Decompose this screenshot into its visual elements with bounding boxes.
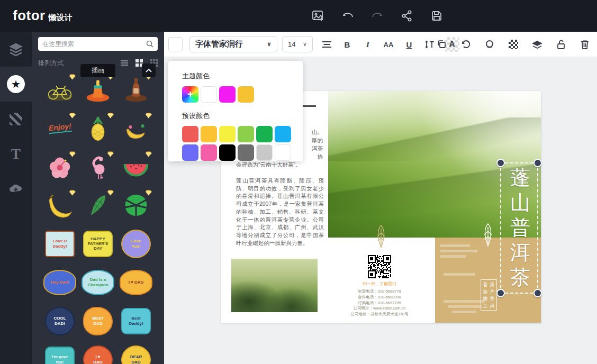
duplicate-button[interactable] xyxy=(434,37,450,52)
flamingo-sticker[interactable] xyxy=(79,147,117,186)
hibiscus-sticker[interactable] xyxy=(41,147,79,186)
best-dad-bubble-sticker[interactable]: BEST DAD xyxy=(79,302,117,340)
underline-button[interactable]: U xyxy=(403,38,415,51)
preset-color-swatch-18aef2[interactable] xyxy=(275,126,291,142)
banana-sticker[interactable] xyxy=(41,186,79,224)
undo-icon xyxy=(341,9,355,23)
theme-color-swatch-ffffff[interactable] xyxy=(201,86,217,103)
share-button[interactable] xyxy=(399,8,415,24)
rail-item-layers[interactable] xyxy=(0,32,32,67)
bubble-text: Dad is a Champion xyxy=(82,270,114,295)
theme-color-rainbow-picker[interactable]: + xyxy=(182,86,198,103)
fill-color-swatch[interactable] xyxy=(168,37,183,51)
duplicate-icon xyxy=(436,39,448,50)
i-love-dad-yellow-bubble-sticker[interactable]: I ♥ DAD xyxy=(117,263,155,302)
font-family-select[interactable]: 字体管家润行 ∨ xyxy=(189,36,277,52)
delete-button[interactable] xyxy=(577,37,593,52)
redo-button[interactable] xyxy=(369,8,385,24)
selection-handle-top-left[interactable] xyxy=(496,159,505,167)
bicycle-sticker[interactable] xyxy=(41,70,79,108)
save-icon xyxy=(430,10,443,22)
search-input[interactable] xyxy=(42,40,146,48)
selection-handle-top-right[interactable] xyxy=(533,159,542,167)
add-image-icon xyxy=(311,9,325,23)
preset-color-swatch-6e6e6e[interactable] xyxy=(238,144,254,161)
happy-fathers-day-bubble-sticker[interactable]: HAPPY FATHER'S DAY xyxy=(79,224,117,263)
body-paragraph-2[interactable]: 莲山普洱茶具有降脂、降压、预防、明目的功效，受到了男女老少的喜爱和追捧。莲山普洱… xyxy=(236,177,324,247)
selection-handle-bottom-right[interactable] xyxy=(533,289,542,297)
selection-box[interactable]: 蓬山普洱茶 xyxy=(500,162,538,294)
search-box[interactable] xyxy=(38,37,158,51)
watermelon-sticker[interactable] xyxy=(117,147,155,186)
save-button[interactable] xyxy=(429,8,445,24)
rail-item-upload[interactable] xyxy=(0,171,32,206)
rail-item-text[interactable]: T xyxy=(0,136,32,171)
qr-code[interactable] xyxy=(368,255,391,278)
preset-color-swatch-ffffff[interactable] xyxy=(275,144,291,161)
redo-icon xyxy=(370,9,384,23)
side-text-right: 原产普洱 xyxy=(490,281,495,308)
font-color-popup: 主题颜色 + 预设颜色 xyxy=(168,61,303,161)
theme-color-swatch-f21cf2[interactable] xyxy=(219,86,236,103)
bubble-text: COOL DAD! xyxy=(45,307,75,335)
love-u-daddy-bubble-sticker[interactable]: Love U Daddy! xyxy=(41,224,79,263)
work-area: 字体管家润行 ∨ 14 ∨ B I AA U A xyxy=(164,32,597,364)
contact-line: 加盟电话：010-5688778 xyxy=(327,289,432,295)
vertical-title-text[interactable]: 蓬山普洱茶 xyxy=(509,166,532,290)
faint-text-bar xyxy=(440,244,470,247)
search-icon[interactable] xyxy=(146,40,153,48)
letter-case-button[interactable]: AA xyxy=(383,38,394,51)
magnifier-button[interactable] xyxy=(482,37,498,52)
best-daddy-bubble-sticker[interactable]: Best Daddy! xyxy=(117,302,155,340)
side-vertical-text[interactable]: 香如幽兰 原产普洱 xyxy=(481,279,497,311)
banana-bunch-sticker[interactable] xyxy=(117,108,155,147)
selection-handle-bottom-left[interactable] xyxy=(496,289,505,297)
align-button[interactable] xyxy=(321,38,332,51)
i-love-dad-red-bubble-sticker[interactable]: I ♥ DAD xyxy=(79,340,117,364)
list-view-icon[interactable] xyxy=(121,60,128,66)
preset-color-swatch-000000[interactable] xyxy=(219,144,236,161)
rail-item-stickers[interactable]: ★ xyxy=(0,67,32,102)
love-you-bubble-sticker[interactable]: Love You! xyxy=(117,224,155,263)
dad-is-a-champion-bubble-sticker[interactable]: Dad is a Champion xyxy=(79,263,117,302)
rotate-icon xyxy=(460,39,472,50)
tea-plants-photo[interactable] xyxy=(231,259,318,312)
preset-color-swatch-fbc233[interactable] xyxy=(201,126,217,142)
preset-color-swatch-8ccf4a[interactable] xyxy=(238,126,254,142)
preset-color-swatch-17b24f[interactable] xyxy=(256,126,273,142)
transparency-button[interactable] xyxy=(505,37,521,52)
magnifier-icon xyxy=(484,39,495,50)
im-your-fan-bubble-sticker[interactable]: I'm your fan! xyxy=(41,340,79,364)
bold-button[interactable]: B xyxy=(341,38,353,51)
fotor-logo[interactable]: fotor 懒设计 xyxy=(13,7,73,24)
category-tooltip: 插画 xyxy=(80,64,115,77)
theme-color-swatch-f7c231[interactable] xyxy=(238,86,254,103)
chevron-down-icon: ∨ xyxy=(267,41,272,48)
preset-color-swatch-ef5b56[interactable] xyxy=(182,126,198,142)
rotate-button[interactable] xyxy=(458,37,474,52)
hey-dad-bubble-sticker[interactable]: Hey Dad! xyxy=(41,263,79,302)
bubble-text: BEST DAD xyxy=(83,307,113,335)
letter-case-icon: AA xyxy=(384,41,394,49)
unlock-button[interactable] xyxy=(553,37,569,52)
font-size-select[interactable]: 14 ∨ xyxy=(282,36,313,52)
font-size-value: 14 xyxy=(288,40,295,48)
banana-leaf-sticker[interactable] xyxy=(79,186,117,224)
preset-color-swatch-6b6bf7[interactable] xyxy=(182,144,198,161)
pineapple-sticker[interactable] xyxy=(79,108,117,147)
cloud-upload-icon xyxy=(8,181,24,197)
italic-button[interactable]: I xyxy=(362,38,374,51)
undo-button[interactable] xyxy=(340,8,356,24)
dear-dad-bubble-sticker[interactable]: DEAR DAD xyxy=(117,340,155,364)
preset-color-swatch-f25fa8[interactable] xyxy=(201,144,217,161)
add-image-button[interactable] xyxy=(310,8,326,24)
contact-info[interactable]: 加盟电话：010-5688778合作电话：010-5688998订购电话：010… xyxy=(327,289,432,317)
collapse-button[interactable] xyxy=(142,63,156,77)
layer-order-button[interactable] xyxy=(529,37,545,52)
rail-item-background[interactable] xyxy=(0,102,32,136)
enjoy-text-sticker[interactable]: Enjoy! xyxy=(41,108,79,147)
preset-color-swatch-f5ef3d[interactable] xyxy=(219,126,236,142)
monstera-leaf-sticker[interactable] xyxy=(117,186,155,224)
cool-dad-bubble-sticker[interactable]: COOL DAD! xyxy=(41,302,79,340)
preset-color-swatch-c8c8c8[interactable] xyxy=(256,144,273,161)
